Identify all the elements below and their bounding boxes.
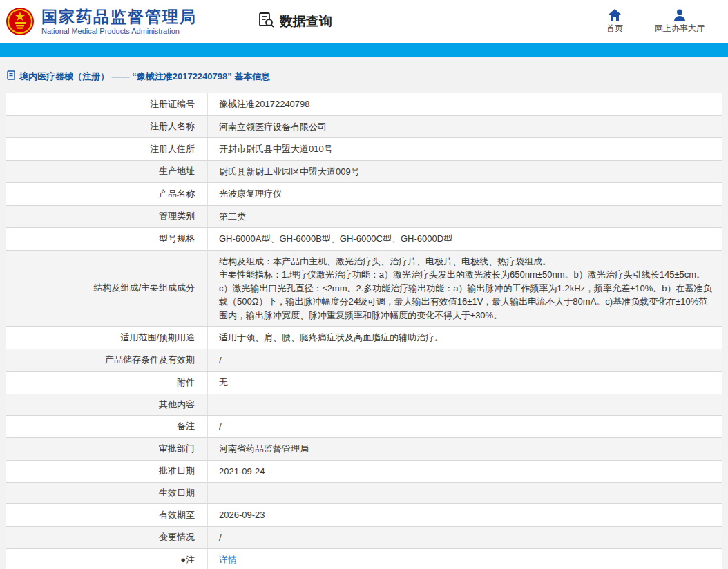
header-nav: 首页 网上办事大厅: [606, 8, 720, 35]
page-title: 境内医疗器械（注册） —— “豫械注准20172240798” 基本信息: [19, 70, 270, 83]
row-label: 其他内容: [6, 394, 208, 415]
row-value: 河南省药品监督管理局: [208, 438, 722, 460]
row-label: 生产地址: [6, 161, 208, 183]
table-row: ●注 详情: [6, 549, 722, 569]
nav-home-label: 首页: [606, 23, 623, 35]
breadcrumb: 境内医疗器械（注册） —— “豫械注准20172240798” 基本信息: [6, 57, 722, 93]
table-row: 审批部门 河南省药品监督管理局: [6, 438, 722, 461]
table-row: 生效日期: [6, 483, 722, 504]
table-row: 管理类别 第二类: [6, 206, 722, 229]
table-row: 批准日期 2021-09-24: [6, 461, 722, 483]
table-row: 适用范围/预期用途 适用于颈、肩、腰、腿疼痛症状及高血脂症的辅助治疗。: [6, 327, 722, 349]
table-row: 其他内容: [6, 394, 722, 416]
row-label: 生效日期: [6, 483, 208, 503]
top-header: 国家药品监督管理局 National Medical Products Admi…: [0, 0, 728, 43]
row-label: 备注: [6, 416, 208, 438]
table-row: 变更情况 /: [6, 527, 722, 550]
row-value: /: [208, 349, 722, 372]
row-label: 结构及组成/主要组成成分: [6, 251, 208, 327]
row-value: 适用于颈、肩、腰、腿疼痛症状及高血脂症的辅助治疗。: [208, 327, 722, 349]
row-label: 管理类别: [6, 206, 208, 228]
row-label: 注册人名称: [6, 116, 208, 138]
data-query-icon: [258, 11, 276, 32]
header-divider-bar: [0, 43, 728, 57]
row-value: 光波康复理疗仪: [208, 183, 722, 205]
row-value: 无: [208, 372, 722, 394]
detail-link[interactable]: 详情: [219, 554, 237, 565]
info-table: 注册证编号 豫械注准20172240798 注册人名称 河南立领医疗设备有限公司…: [6, 93, 722, 569]
row-label: 产品储存条件及有效期: [6, 349, 208, 372]
row-label: 注册人住所: [6, 138, 208, 160]
row-label: 注册证编号: [6, 93, 208, 115]
row-label: 附件: [6, 372, 208, 394]
nav-home[interactable]: 首页: [606, 8, 623, 35]
table-row: 产品储存条件及有效期 /: [6, 349, 722, 372]
row-value: 开封市尉氏县中盟大道010号: [208, 138, 722, 160]
table-row: 结构及组成/主要组成成分 结构及组成：本产品由主机、激光治疗头、治疗片、电极片、…: [6, 251, 722, 327]
table-row: 注册人住所 开封市尉氏县中盟大道010号: [6, 138, 722, 161]
row-label: 批准日期: [6, 461, 208, 483]
user-icon: [673, 8, 686, 21]
nav-service-hall[interactable]: 网上办事大厅: [655, 8, 705, 35]
table-row: 注册证编号 豫械注准20172240798: [6, 93, 722, 116]
nav-service-hall-label: 网上办事大厅: [655, 23, 705, 35]
row-label: 适用范围/预期用途: [6, 327, 208, 349]
row-label: 审批部门: [6, 438, 208, 460]
table-row: 生产地址 尉氏县新尉工业园区中盟大道009号: [6, 161, 722, 184]
org-name: 国家药品监督管理局 National Medical Products Admi…: [41, 8, 197, 35]
org-name-en: National Medical Products Administration: [41, 27, 197, 35]
row-value: /: [208, 527, 722, 549]
document-icon: [7, 70, 15, 83]
row-value: [208, 489, 722, 497]
home-icon: [609, 8, 621, 21]
brand: 国家药品监督管理局 National Medical Products Admi…: [6, 7, 197, 36]
data-query-nav[interactable]: 数据查询: [258, 11, 332, 32]
row-value: 河南立领医疗设备有限公司: [208, 116, 722, 138]
org-name-cn: 国家药品监督管理局: [41, 8, 197, 26]
row-value: 2026-09-23: [208, 504, 722, 526]
table-row: 有效期至 2026-09-23: [6, 504, 722, 527]
row-value: /: [208, 416, 722, 438]
row-label: 变更情况: [6, 527, 208, 549]
row-value: 尉氏县新尉工业园区中盟大道009号: [208, 161, 722, 183]
row-value: 结构及组成：本产品由主机、激光治疗头、治疗片、电极片、电极线、热疗袋组成。 主要…: [208, 251, 722, 327]
row-value: 详情: [208, 549, 722, 569]
table-row: 备注 /: [6, 416, 722, 438]
table-row: 附件 无: [6, 372, 722, 394]
row-label: 产品名称: [6, 183, 208, 205]
table-row: 型号规格 GH-6000A型、GH-6000B型、GH-6000C型、GH-60…: [6, 228, 722, 251]
data-query-label: 数据查询: [280, 12, 332, 30]
row-label: ●注: [6, 549, 208, 569]
row-label: 型号规格: [6, 228, 208, 250]
national-emblem-icon: [6, 7, 35, 36]
row-value: [208, 401, 722, 409]
row-value: GH-6000A型、GH-6000B型、GH-6000C型、GH-6000D型: [208, 228, 722, 250]
table-row: 产品名称 光波康复理疗仪: [6, 183, 722, 206]
row-value: 第二类: [208, 206, 722, 228]
row-value: 2021-09-24: [208, 461, 722, 483]
table-row: 注册人名称 河南立领医疗设备有限公司: [6, 116, 722, 139]
row-label: 有效期至: [6, 504, 208, 526]
main-content: 境内医疗器械（注册） —— “豫械注准20172240798” 基本信息 注册证…: [0, 57, 728, 569]
row-value: 豫械注准20172240798: [208, 93, 722, 115]
